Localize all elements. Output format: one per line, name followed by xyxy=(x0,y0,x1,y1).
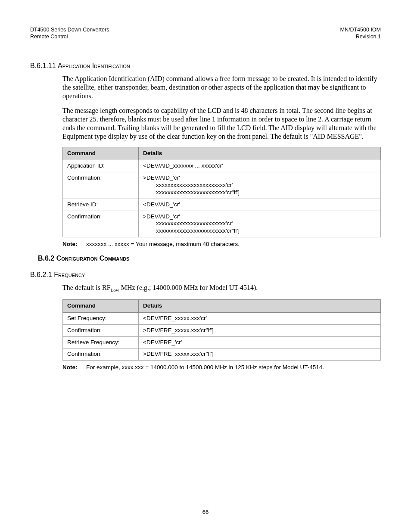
header-left-line2: Remote Control xyxy=(30,34,109,40)
table-header-command: Command xyxy=(63,299,139,312)
section-heading-b621: B.6.2.1 Frequency xyxy=(30,271,381,279)
table-header-details: Details xyxy=(139,299,381,312)
table-row: Confirmation: >DEV/FRE_xxxxx.xxx'cr''lf'… xyxy=(63,348,381,361)
header-right-line2: Revision 1 xyxy=(340,34,381,40)
header-left-line1: DT4500 Series Down Converters xyxy=(30,27,109,34)
table-header-details: Details xyxy=(139,147,381,160)
table-row: Set Frequency: <DEV/FRE_xxxxx.xxx'cr' xyxy=(63,312,381,324)
note: Note: For example, xxxx.xxx = 14000.000 … xyxy=(62,364,381,371)
paragraph: The Application Identification (AID) com… xyxy=(62,75,381,100)
table-header-command: Command xyxy=(63,147,139,160)
note: Note: xxxxxxx ... xxxxx = Your message, … xyxy=(62,241,381,248)
page-header: DT4500 Series Down Converters Remote Con… xyxy=(30,27,381,40)
paragraph: The default is RFLow MHz (e.g.; 14000.00… xyxy=(62,283,381,293)
table-row: Confirmation: >DEV/AID_'cr' xxxxxxxxxxxx… xyxy=(63,172,381,199)
table-row: Application ID: <DEV/AID_xxxxxxx ... xxx… xyxy=(63,160,381,172)
table-row: Retrieve Frequency: <DEV/FRE_'cr' xyxy=(63,336,381,348)
section-heading-b62: B.6.2 Configuration Commands xyxy=(38,254,381,263)
paragraph: The message length corresponds to capabi… xyxy=(62,106,381,141)
aid-command-table: Command Details Application ID: <DEV/AID… xyxy=(62,147,381,237)
section-heading-b6111: B.6.1.11 Application Identification xyxy=(30,62,381,70)
header-right-line1: MN/DT4500.IOM xyxy=(340,27,381,34)
table-row: Retrieve ID: <DEV/AID_'cr' xyxy=(63,199,381,211)
freq-command-table: Command Details Set Frequency: <DEV/FRE_… xyxy=(62,299,381,361)
table-row: Confirmation: >DEV/FRE_xxxxx.xxx'cr''lf'… xyxy=(63,324,381,336)
table-row: Confirmation: >DEV/AID_'cr' xxxxxxxxxxxx… xyxy=(63,211,381,237)
